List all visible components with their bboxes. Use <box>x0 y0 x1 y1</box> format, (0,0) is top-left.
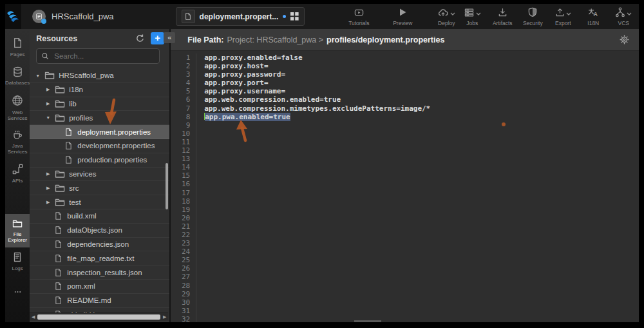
chevron-down-icon[interactable] <box>627 11 632 17</box>
settings-button[interactable]: Settings <box>641 5 644 28</box>
line-text <box>196 239 204 247</box>
tree-item[interactable]: ▼HRScaffold_pwa <box>30 69 169 83</box>
tree-item[interactable]: ▶test <box>30 195 169 209</box>
tree-horizontal-scrollbar[interactable]: ◀ ▶ <box>30 313 168 320</box>
edit-badge-icon <box>41 19 46 24</box>
tree-item[interactable]: ▶src <box>30 181 169 195</box>
tree-item[interactable]: build.xml <box>30 209 169 224</box>
code-line: 4app.proxy.port= <box>171 79 639 87</box>
line-number: 14 <box>171 163 196 171</box>
translate-icon: A <box>587 8 599 19</box>
sidebar-item-pages[interactable]: Pages <box>5 33 30 62</box>
tree-item[interactable]: README.md <box>30 294 169 308</box>
file-path-file: profiles/deployment.properties <box>327 35 444 44</box>
expand-arrow-icon[interactable]: ▶ <box>45 186 51 191</box>
tree-item[interactable]: ▶lib <box>30 97 169 111</box>
security-button[interactable]: Security <box>520 5 545 28</box>
code-line: 22 <box>171 231 639 239</box>
line-number: 6 <box>171 95 196 104</box>
expand-arrow-icon[interactable]: ▶ <box>45 101 51 106</box>
scroll-left-icon[interactable]: ◀ <box>30 314 37 320</box>
line-number: 20 <box>171 214 196 222</box>
tree-vertical-scrollbar[interactable] <box>166 163 168 209</box>
tree-item[interactable]: dataObjects.json <box>30 224 169 238</box>
line-number: 23 <box>171 239 196 247</box>
tree-item[interactable]: production.properties <box>30 153 169 168</box>
line-number: 22 <box>171 231 196 239</box>
tree-item[interactable]: dependencies.json <box>30 238 169 252</box>
deploy-button[interactable]: Deploy <box>433 5 459 28</box>
tutorials-button[interactable]: Tutorials <box>346 5 372 28</box>
code-line: 7app.web.compression.mimetypes.excludePa… <box>171 104 639 113</box>
code-line: 24 <box>171 247 639 256</box>
expand-arrow-icon[interactable]: ▶ <box>45 87 51 92</box>
sidebar-item-label: WebServices <box>8 110 28 122</box>
refresh-icon[interactable] <box>135 34 145 43</box>
wave-icon <box>5 8 21 24</box>
sidebar-item-java-services[interactable]: JavaServices <box>5 126 30 159</box>
tree-item-label: HRScaffold_pwa <box>59 72 113 79</box>
preview-label: Preview <box>393 20 412 26</box>
vcs-button[interactable]: VCS <box>611 5 636 28</box>
editor-horizontal-scrollbar[interactable] <box>354 320 381 322</box>
jobs-button[interactable]: Jobs <box>459 5 485 28</box>
tree-item-label: file_map_readme.txt <box>67 255 134 262</box>
tree-item[interactable]: deployment.properties <box>30 125 169 139</box>
tree-item[interactable]: inspection_results.json <box>30 265 169 280</box>
collapse-arrow-icon[interactable]: ▼ <box>35 73 41 78</box>
line-number: 31 <box>171 307 196 315</box>
security-label: Security <box>523 20 543 26</box>
expand-arrow-icon[interactable]: ▶ <box>45 200 51 205</box>
search-box[interactable] <box>36 48 160 64</box>
grid-icon[interactable] <box>290 12 299 21</box>
collapse-panel-button[interactable]: « <box>164 32 175 43</box>
scrollbar-thumb[interactable] <box>37 314 160 320</box>
code-line: 31 <box>171 307 639 315</box>
folder-icon <box>54 183 66 193</box>
sidebar-item-apis[interactable]: APIs <box>5 159 30 188</box>
deploy-label: Deploy <box>438 20 455 26</box>
chevron-down-icon[interactable] <box>566 11 571 17</box>
code-line: 13 <box>171 155 639 163</box>
tree-item[interactable]: ▶services <box>30 168 169 182</box>
chevron-down-icon[interactable] <box>450 11 455 17</box>
preview-button[interactable]: Preview <box>390 5 415 28</box>
editor-settings-gear-icon[interactable] <box>619 34 630 45</box>
chevron-down-icon[interactable] <box>476 11 481 17</box>
code-editor[interactable]: 1app.proxy.enabled=false2app.proxy.host=… <box>171 51 639 322</box>
scroll-right-icon[interactable]: ▶ <box>161 314 168 320</box>
artifacts-button[interactable]: Artifacts <box>489 5 515 28</box>
ellipsis-icon <box>12 288 23 298</box>
search-input[interactable] <box>53 52 155 61</box>
open-file-tab[interactable]: deployment.propert... <box>176 7 305 26</box>
code-line: 28 <box>171 282 639 290</box>
add-resource-button[interactable]: + <box>151 32 164 44</box>
folder-icon <box>54 113 66 123</box>
sidebar-item-web-services[interactable]: WebServices <box>5 90 30 125</box>
i18n-button[interactable]: AI18N <box>580 5 606 28</box>
tree-item[interactable]: ▶i18n <box>30 83 169 97</box>
file-icon <box>182 10 195 23</box>
sidebar-item-databases[interactable]: Databases <box>5 62 30 91</box>
tree-item-label: dependencies.json <box>67 240 129 248</box>
tree-item[interactable]: pom.xml <box>30 280 169 294</box>
sidebar-item-file-explorer[interactable]: FileExplorer <box>5 214 30 247</box>
toolbar-right-actions: JobsArtifactsSecurityExportAI18NVCSSetti… <box>459 5 644 28</box>
folder-icon <box>54 197 66 207</box>
tree-item[interactable]: ▼profiles <box>30 111 169 125</box>
sidebar-item-more[interactable] <box>5 284 30 302</box>
code-line: 18 <box>171 197 639 206</box>
code-line: 10 <box>171 130 639 138</box>
code-line: 17 <box>171 189 639 197</box>
project-chip[interactable]: HRScaffold_pwa <box>32 10 114 23</box>
expand-arrow-icon[interactable]: ▶ <box>45 171 51 177</box>
tree-item[interactable]: file_map_readme.txt <box>30 251 169 265</box>
project-name: HRScaffold_pwa <box>52 12 114 21</box>
sidebar-item-logs[interactable]: Logs <box>5 247 30 276</box>
wavemaker-logo[interactable] <box>5 4 21 29</box>
export-button[interactable]: Export <box>550 5 576 28</box>
collapse-arrow-icon[interactable]: ▼ <box>45 115 51 120</box>
code-line: 26 <box>171 264 639 273</box>
tree-item[interactable]: development.properties <box>30 139 169 153</box>
line-number: 26 <box>171 264 196 273</box>
